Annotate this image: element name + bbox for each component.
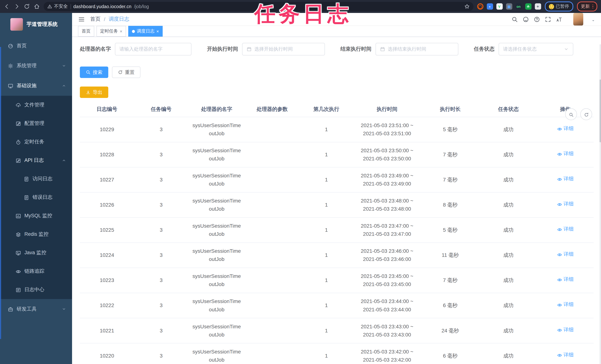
warning-triangle-icon — [47, 4, 52, 9]
sidebar-item-0[interactable]: 首页 — [0, 36, 72, 56]
sidebar-item-8[interactable]: 错误日志 — [0, 188, 72, 207]
cell-round: 1 — [299, 217, 353, 243]
star-icon[interactable] — [464, 4, 470, 9]
cell-duration: 24 毫秒 — [421, 318, 480, 343]
cell-log-id: 10228 — [80, 142, 134, 167]
sidebar-item-6[interactable]: API 日志 — [0, 151, 72, 170]
kebab-menu-icon[interactable] — [592, 4, 593, 9]
chevron-down-icon[interactable] — [591, 17, 595, 21]
page-scrollbar[interactable] — [600, 44, 601, 364]
breadcrumb-home[interactable]: 首页 — [90, 16, 100, 22]
chevron-down-icon — [564, 47, 569, 52]
sidebar-item-5[interactable]: 定时任务 — [0, 133, 72, 151]
sidebar-item-1[interactable]: 系统管理 — [0, 56, 72, 76]
column-header: 执行时长 — [421, 102, 480, 117]
detail-link[interactable]: 详细 — [557, 276, 573, 284]
reload-icon[interactable] — [24, 3, 30, 10]
download-icon — [86, 90, 90, 95]
tab-label: 首页 — [82, 28, 90, 34]
cell-log-id: 10222 — [80, 293, 134, 318]
detail-link[interactable]: 详细 — [557, 351, 573, 359]
sidebar-item-9[interactable]: MySQL 监控 — [0, 207, 72, 225]
filter-label: 开始执行时间 — [207, 46, 238, 52]
fullscreen-icon[interactable] — [545, 16, 551, 22]
profile-paused-chip[interactable]: 已暂停 — [545, 1, 573, 11]
date-picker-input[interactable]: 选择开始执行时间 — [242, 43, 325, 55]
detail-link[interactable]: 详细 — [557, 175, 573, 183]
detail-link[interactable]: 详细 — [557, 251, 573, 259]
chevron-up-icon — [62, 158, 66, 162]
cell-param — [245, 142, 299, 167]
detail-link[interactable]: 详细 — [557, 125, 573, 133]
sidebar-item-label: API 日志 — [24, 157, 44, 164]
toggle-search-button[interactable] — [565, 108, 577, 120]
green-v-extension-icon[interactable]: V — [496, 3, 502, 10]
app-logo-row[interactable]: 芋道管理系统 — [0, 13, 72, 36]
close-icon[interactable]: × — [156, 29, 159, 34]
sidebar-item-7[interactable]: 访问日志 — [0, 170, 72, 188]
cell-round: 1 — [299, 117, 353, 142]
reset-button[interactable]: 重置 — [112, 67, 140, 78]
status-select[interactable]: 请选择任务状态 — [499, 43, 573, 55]
browser-update-chip[interactable]: 更新 — [577, 1, 597, 11]
scrollbar-thumb[interactable] — [600, 80, 601, 142]
sidebar-item-label: Redis 监控 — [24, 231, 49, 238]
refresh-table-button[interactable] — [580, 108, 592, 120]
sidebar-item-13[interactable]: 日志中心 — [0, 281, 72, 299]
cell-exec-time: 2021-05-03 23:48:00 ~2021-05-03 23:48:00 — [353, 192, 421, 217]
cell-round: 1 — [299, 167, 353, 192]
close-icon[interactable]: × — [120, 29, 122, 34]
blue-drop-extension-icon[interactable]: ● — [487, 3, 493, 10]
github-icon[interactable] — [523, 16, 529, 22]
export-button[interactable]: 导出 — [80, 86, 108, 98]
tag-tab-1[interactable]: 定时任务× — [96, 26, 126, 37]
cell-exec-time: 2021-05-03 23:49:00 ~2021-05-03 23:49:00 — [353, 167, 421, 192]
cell-task-id: 3 — [134, 117, 188, 142]
font-size-icon[interactable] — [556, 16, 562, 22]
search-icon[interactable] — [511, 16, 518, 22]
tag-tab-0[interactable]: 首页 — [78, 26, 94, 37]
cell-exec-time: 2021-05-03 23:47:00 ~2021-05-03 23:47:00 — [353, 217, 421, 243]
cell-action: 详细 — [537, 167, 594, 192]
forward-arrow-icon[interactable] — [14, 3, 20, 10]
cell-status: 成功 — [480, 343, 537, 364]
user-avatar[interactable] — [573, 13, 583, 26]
green-leaf-extension-icon[interactable]: ☘ — [525, 3, 531, 10]
app-main: 芋道管理系统 首页系统管理基础设施文件管理配置管理定时任务API 日志访问日志错… — [0, 13, 601, 364]
detail-link[interactable]: 详细 — [557, 201, 573, 208]
detail-link[interactable]: 详细 — [557, 326, 573, 334]
sidebar-item-2[interactable]: 基础设施 — [0, 76, 72, 96]
sidebar-item-4[interactable]: 配置管理 — [0, 114, 72, 133]
sidebar-item-3[interactable]: 文件管理 — [0, 96, 72, 114]
tag-tab-2[interactable]: 调度日志× — [128, 26, 163, 37]
sidebar-item-12[interactable]: 链路追踪 — [0, 262, 72, 281]
handler-name-input[interactable]: 请输入处理器的名字 — [115, 43, 191, 55]
home-icon[interactable] — [34, 3, 40, 10]
grid-extension-icon[interactable]: ▦ — [506, 3, 512, 10]
detail-link[interactable]: 详细 — [557, 150, 573, 158]
sidebar-item-10[interactable]: Redis 监控 — [0, 225, 72, 243]
orange-ring-extension-icon[interactable]: ◯ — [477, 3, 483, 10]
sidebar-item-11[interactable]: Java 监控 — [0, 243, 72, 262]
eye-icon — [557, 302, 562, 307]
detail-link[interactable]: 详细 — [557, 301, 573, 309]
calendar-icon — [380, 47, 385, 52]
search-button[interactable]: 搜索 — [80, 67, 108, 78]
filter-0: 处理器的名字请输入处理器的名字 — [80, 43, 191, 55]
cell-log-id: 10227 — [80, 167, 134, 192]
sidebar-menu: 首页系统管理基础设施文件管理配置管理定时任务API 日志访问日志错误日志MySQ… — [0, 36, 72, 319]
puzzle-extension-icon[interactable]: ✦ — [535, 3, 541, 10]
cell-task-id: 3 — [134, 243, 188, 268]
cell-handler: sysUserSessionTimeoutJob — [188, 142, 245, 167]
sidebar-item-14[interactable]: 研发工具 — [0, 299, 72, 319]
sidebar-item-label: 文件管理 — [24, 102, 44, 108]
cell-status: 成功 — [480, 192, 537, 217]
back-arrow-icon[interactable] — [4, 3, 10, 10]
date-picker-input[interactable]: 选择结束执行时间 — [376, 43, 458, 55]
on-badge-extension-icon[interactable]: on — [515, 3, 522, 10]
help-icon[interactable] — [534, 16, 540, 22]
cell-log-id: 10225 — [80, 217, 134, 243]
hamburger-icon[interactable] — [78, 16, 85, 23]
security-indicator[interactable]: 不安全 — [47, 3, 68, 10]
detail-link[interactable]: 详细 — [557, 226, 573, 233]
